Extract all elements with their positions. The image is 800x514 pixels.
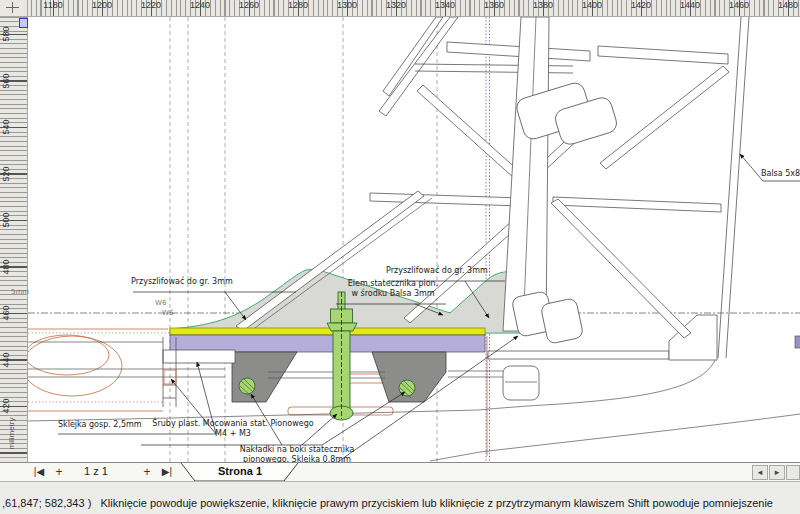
ruler-tick-label: 1420 xyxy=(631,0,651,10)
ruler-tick-label: 440 xyxy=(1,347,11,373)
ruler-tick-label: 1480 xyxy=(778,0,798,10)
annotation-edge-fragment: 5mm xyxy=(11,287,29,297)
ruler-origin-button[interactable] xyxy=(0,0,28,17)
page-navigation-bar: |◀ + 1 z 1 + ▶| Strona 1 ◂ ▸ xyxy=(0,462,800,481)
ruler-tick-label: 540 xyxy=(1,114,11,140)
annotation-grind-right: Przyszlifować do gr. 3mm xyxy=(386,266,488,276)
ruler-tick-label: 1320 xyxy=(386,0,406,10)
ruler-tick-label: 1340 xyxy=(435,0,455,10)
ruler-tick-label: 560 xyxy=(1,68,11,94)
hscroll-track[interactable] xyxy=(786,465,800,480)
annotation-screws: Śruby plast. Mocowania stat. Pionowego M… xyxy=(140,419,326,439)
ruler-vertical[interactable]: milimetry 580560540520500480460440420 xyxy=(0,17,28,462)
ruler-tick-label: 1360 xyxy=(484,0,504,10)
status-message: ,61,847; 582,343 ) Kliknięcie powoduje p… xyxy=(2,497,773,509)
annotation-stabilizer-element: Elem.statecznika pion. w środku Balsa 3m… xyxy=(334,279,452,299)
ruler-tick-label: 1220 xyxy=(141,0,161,10)
clipped-shape xyxy=(795,336,800,348)
ruler-tick-label: 1300 xyxy=(337,0,357,10)
page-tab-strona-1[interactable]: Strona 1 xyxy=(180,463,300,482)
drawing-artwork xyxy=(28,17,800,462)
origin-crosshair-icon xyxy=(12,2,13,13)
ruler-tick-label: 1180 xyxy=(43,0,62,10)
drawing-canvas[interactable]: Przyszlifować do gr. 3mm Przyszlifować d… xyxy=(28,17,800,462)
annotation-w6-lower: W6 xyxy=(162,308,173,318)
last-page-button[interactable]: ▶| xyxy=(158,464,176,480)
ruler-tick-label: 1460 xyxy=(729,0,749,10)
page-tab-label: Strona 1 xyxy=(180,465,300,477)
ruler-tick-label: 1280 xyxy=(288,0,308,10)
hscroll-right-button[interactable]: ▸ xyxy=(769,465,785,480)
ruler-tick-label: 480 xyxy=(1,254,11,280)
ruler-tick-label: 1440 xyxy=(680,0,700,10)
annotation-grind-left: Przyszlifować do gr. 3mm xyxy=(131,277,233,287)
hscroll-left-button[interactable]: ◂ xyxy=(752,465,768,480)
add-page-after-button[interactable]: + xyxy=(140,464,154,480)
ruler-tick-label: 580 xyxy=(1,21,11,47)
ruler-tick-label: 1240 xyxy=(190,0,210,10)
guide-origin-marker xyxy=(19,18,28,28)
add-page-before-button[interactable]: + xyxy=(52,464,66,480)
first-page-button[interactable]: |◀ xyxy=(30,464,48,480)
ruler-tick-label: 500 xyxy=(1,207,11,233)
ruler-tick-label: 1400 xyxy=(582,0,602,10)
ruler-tick-label: 1260 xyxy=(239,0,259,10)
annotation-balsa: Balsa 5x8mm xyxy=(761,169,800,179)
ruler-tick-label: 420 xyxy=(1,393,11,419)
ruler-tick-label: 520 xyxy=(1,161,11,187)
annotation-side-plates: Nakładki na boki statecznika pionowego. … xyxy=(232,445,362,462)
page-indicator: 1 z 1 xyxy=(84,465,108,477)
ruler-tick-label: 460 xyxy=(1,300,11,326)
ruler-horizontal[interactable]: 1180120012201240126012801300132013401360… xyxy=(28,0,800,17)
ruler-tick-label: 1380 xyxy=(533,0,553,10)
plastic-bolt xyxy=(327,292,357,420)
annotation-plywood: Sklejka gosp. 2,5mm xyxy=(58,420,142,430)
ruler-tick-label: 1200 xyxy=(92,0,112,10)
annotation-w6-upper: W6 xyxy=(155,298,166,308)
status-bar: ,61,847; 582,343 ) Kliknięcie powoduje p… xyxy=(0,481,800,514)
